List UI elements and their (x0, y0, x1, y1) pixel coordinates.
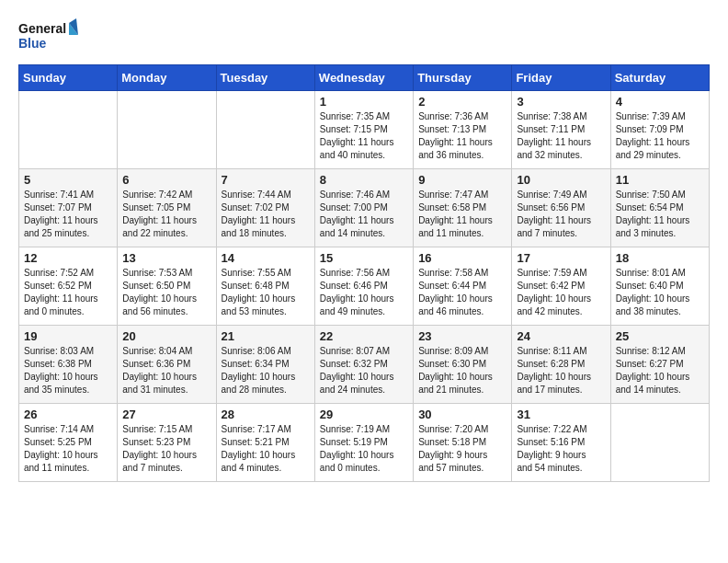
day-info: Sunrise: 7:36 AM Sunset: 7:13 PM Dayligh… (418, 110, 506, 162)
day-number: 17 (517, 251, 605, 265)
day-number: 31 (517, 408, 605, 421)
day-number: 3 (517, 95, 605, 109)
weekday-header: Sunday (19, 65, 118, 91)
calendar-cell: 16Sunrise: 7:58 AM Sunset: 6:44 PM Dayli… (414, 247, 512, 326)
day-info: Sunrise: 7:59 AM Sunset: 6:42 PM Dayligh… (517, 267, 605, 318)
day-info: Sunrise: 8:12 AM Sunset: 6:27 PM Dayligh… (616, 345, 704, 396)
day-info: Sunrise: 8:06 AM Sunset: 6:34 PM Dayligh… (222, 345, 310, 396)
day-info: Sunrise: 8:04 AM Sunset: 6:36 PM Dayligh… (122, 345, 210, 396)
day-number: 5 (24, 173, 112, 187)
calendar-cell: 2Sunrise: 7:36 AM Sunset: 7:13 PM Daylig… (414, 91, 512, 169)
weekday-header: Saturday (610, 65, 709, 91)
calendar-cell: 11Sunrise: 7:50 AM Sunset: 6:54 PM Dayli… (610, 169, 709, 247)
calendar-cell: 28Sunrise: 7:17 AM Sunset: 5:21 PM Dayli… (216, 404, 314, 482)
day-number: 30 (418, 408, 506, 421)
day-number: 26 (24, 408, 112, 421)
day-number: 9 (418, 173, 506, 187)
day-number: 22 (320, 329, 408, 343)
day-number: 6 (122, 173, 210, 187)
day-number: 14 (222, 251, 310, 265)
day-info: Sunrise: 7:55 AM Sunset: 6:48 PM Dayligh… (222, 267, 310, 318)
calendar-cell: 26Sunrise: 7:14 AM Sunset: 5:25 PM Dayli… (19, 404, 118, 482)
calendar-cell: 13Sunrise: 7:53 AM Sunset: 6:50 PM Dayli… (118, 247, 216, 326)
day-info: Sunrise: 8:03 AM Sunset: 6:38 PM Dayligh… (24, 345, 112, 396)
day-info: Sunrise: 7:50 AM Sunset: 6:54 PM Dayligh… (616, 189, 704, 240)
calendar-week-row: 19Sunrise: 8:03 AM Sunset: 6:38 PM Dayli… (19, 326, 710, 404)
weekday-header: Wednesday (314, 65, 413, 91)
calendar-cell: 25Sunrise: 8:12 AM Sunset: 6:27 PM Dayli… (610, 326, 709, 404)
day-number: 27 (122, 408, 210, 421)
calendar-cell: 12Sunrise: 7:52 AM Sunset: 6:52 PM Dayli… (19, 247, 118, 326)
calendar-cell: 27Sunrise: 7:15 AM Sunset: 5:23 PM Dayli… (118, 404, 216, 482)
calendar-week-row: 1Sunrise: 7:35 AM Sunset: 7:15 PM Daylig… (19, 91, 710, 169)
day-info: Sunrise: 8:07 AM Sunset: 6:32 PM Dayligh… (320, 345, 408, 396)
calendar-cell: 6Sunrise: 7:42 AM Sunset: 7:05 PM Daylig… (118, 169, 216, 247)
calendar-cell: 24Sunrise: 8:11 AM Sunset: 6:28 PM Dayli… (512, 326, 610, 404)
logo: GeneralBlue (18, 18, 83, 55)
day-info: Sunrise: 7:19 AM Sunset: 5:19 PM Dayligh… (320, 423, 408, 475)
day-number: 20 (122, 329, 210, 343)
day-info: Sunrise: 7:56 AM Sunset: 6:46 PM Dayligh… (320, 267, 408, 318)
day-info: Sunrise: 7:38 AM Sunset: 7:11 PM Dayligh… (517, 110, 605, 162)
calendar-week-row: 26Sunrise: 7:14 AM Sunset: 5:25 PM Dayli… (19, 404, 710, 482)
calendar-cell: 8Sunrise: 7:46 AM Sunset: 7:00 PM Daylig… (314, 169, 413, 247)
calendar-cell (216, 91, 314, 169)
calendar-cell: 23Sunrise: 8:09 AM Sunset: 6:30 PM Dayli… (414, 326, 512, 404)
calendar-cell: 31Sunrise: 7:22 AM Sunset: 5:16 PM Dayli… (512, 404, 610, 482)
day-number: 4 (616, 95, 704, 109)
calendar-cell: 20Sunrise: 8:04 AM Sunset: 6:36 PM Dayli… (118, 326, 216, 404)
calendar-cell: 30Sunrise: 7:20 AM Sunset: 5:18 PM Dayli… (414, 404, 512, 482)
day-info: Sunrise: 7:52 AM Sunset: 6:52 PM Dayligh… (24, 267, 112, 318)
svg-text:Blue: Blue (18, 36, 47, 51)
day-number: 11 (616, 173, 704, 187)
day-info: Sunrise: 7:42 AM Sunset: 7:05 PM Dayligh… (122, 189, 210, 240)
day-info: Sunrise: 7:17 AM Sunset: 5:21 PM Dayligh… (222, 423, 310, 475)
weekday-header-row: SundayMondayTuesdayWednesdayThursdayFrid… (19, 65, 710, 91)
svg-text:General: General (18, 21, 66, 36)
calendar-cell: 1Sunrise: 7:35 AM Sunset: 7:15 PM Daylig… (314, 91, 413, 169)
calendar-cell (118, 91, 216, 169)
calendar-cell (19, 91, 118, 169)
calendar-cell: 5Sunrise: 7:41 AM Sunset: 7:07 PM Daylig… (19, 169, 118, 247)
day-number: 13 (122, 251, 210, 265)
calendar-cell: 4Sunrise: 7:39 AM Sunset: 7:09 PM Daylig… (610, 91, 709, 169)
day-info: Sunrise: 7:14 AM Sunset: 5:25 PM Dayligh… (24, 423, 112, 475)
day-info: Sunrise: 7:47 AM Sunset: 6:58 PM Dayligh… (418, 189, 506, 240)
day-info: Sunrise: 7:58 AM Sunset: 6:44 PM Dayligh… (418, 267, 506, 318)
calendar-cell: 22Sunrise: 8:07 AM Sunset: 6:32 PM Dayli… (314, 326, 413, 404)
day-info: Sunrise: 8:01 AM Sunset: 6:40 PM Dayligh… (616, 267, 704, 318)
weekday-header: Tuesday (216, 65, 314, 91)
calendar-cell: 15Sunrise: 7:56 AM Sunset: 6:46 PM Dayli… (314, 247, 413, 326)
day-info: Sunrise: 7:35 AM Sunset: 7:15 PM Dayligh… (320, 110, 408, 162)
day-info: Sunrise: 7:39 AM Sunset: 7:09 PM Dayligh… (616, 110, 704, 162)
day-info: Sunrise: 7:44 AM Sunset: 7:02 PM Dayligh… (222, 189, 310, 240)
calendar-cell: 19Sunrise: 8:03 AM Sunset: 6:38 PM Dayli… (19, 326, 118, 404)
day-info: Sunrise: 7:15 AM Sunset: 5:23 PM Dayligh… (122, 423, 210, 475)
day-number: 16 (418, 251, 506, 265)
calendar-cell: 9Sunrise: 7:47 AM Sunset: 6:58 PM Daylig… (414, 169, 512, 247)
calendar-cell: 18Sunrise: 8:01 AM Sunset: 6:40 PM Dayli… (610, 247, 709, 326)
day-info: Sunrise: 7:20 AM Sunset: 5:18 PM Dayligh… (418, 423, 506, 475)
weekday-header: Thursday (414, 65, 512, 91)
page-header: GeneralBlue (18, 18, 710, 55)
day-number: 19 (24, 329, 112, 343)
day-info: Sunrise: 7:41 AM Sunset: 7:07 PM Dayligh… (24, 189, 112, 240)
calendar-table: SundayMondayTuesdayWednesdayThursdayFrid… (18, 64, 710, 482)
day-info: Sunrise: 7:46 AM Sunset: 7:00 PM Dayligh… (320, 189, 408, 240)
day-info: Sunrise: 8:09 AM Sunset: 6:30 PM Dayligh… (418, 345, 506, 396)
day-number: 10 (517, 173, 605, 187)
calendar-week-row: 12Sunrise: 7:52 AM Sunset: 6:52 PM Dayli… (19, 247, 710, 326)
weekday-header: Monday (118, 65, 216, 91)
day-number: 8 (320, 173, 408, 187)
day-number: 1 (320, 95, 408, 109)
calendar-cell (610, 404, 709, 482)
calendar-cell: 17Sunrise: 7:59 AM Sunset: 6:42 PM Dayli… (512, 247, 610, 326)
calendar-cell: 10Sunrise: 7:49 AM Sunset: 6:56 PM Dayli… (512, 169, 610, 247)
day-number: 23 (418, 329, 506, 343)
calendar-cell: 3Sunrise: 7:38 AM Sunset: 7:11 PM Daylig… (512, 91, 610, 169)
day-info: Sunrise: 7:53 AM Sunset: 6:50 PM Dayligh… (122, 267, 210, 318)
day-number: 18 (616, 251, 704, 265)
calendar-week-row: 5Sunrise: 7:41 AM Sunset: 7:07 PM Daylig… (19, 169, 710, 247)
day-number: 24 (517, 329, 605, 343)
calendar-cell: 14Sunrise: 7:55 AM Sunset: 6:48 PM Dayli… (216, 247, 314, 326)
